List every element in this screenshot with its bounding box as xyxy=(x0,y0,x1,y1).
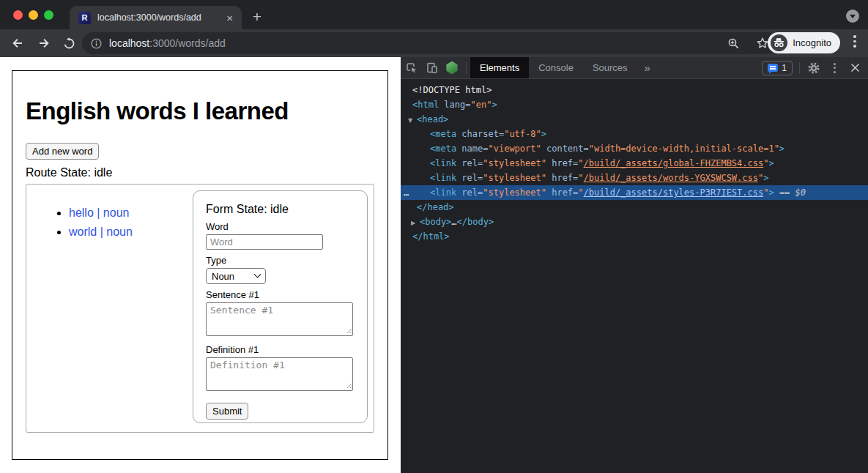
close-window-button[interactable] xyxy=(13,10,23,20)
incognito-badge: Incognito xyxy=(768,32,840,53)
code-token: rel= xyxy=(461,158,483,168)
devtools-menu-button[interactable] xyxy=(824,57,845,78)
word-link-world[interactable]: world | noun xyxy=(69,226,133,238)
code-token: <head> xyxy=(417,114,448,124)
code-token: /build/_assets/words-YGXSWCSW.css xyxy=(584,173,758,183)
new-tab-button[interactable]: + xyxy=(248,7,267,26)
code-token: </body> xyxy=(457,217,494,227)
dom-node[interactable]: <link rel="stylesheet" href="/build/_ass… xyxy=(401,156,868,171)
gear-icon xyxy=(808,62,820,74)
hidden-nodes-ellipsis[interactable]: … xyxy=(404,185,409,200)
code-token: == $0 xyxy=(774,187,806,198)
code-token: <link xyxy=(430,173,461,183)
code-token: " xyxy=(578,173,583,183)
dom-node[interactable]: <link rel="stylesheet" href="/build/_ass… xyxy=(401,171,868,185)
code-token: > xyxy=(768,158,774,168)
dom-node[interactable]: ▼<head> xyxy=(401,112,868,127)
more-tabs-button[interactable]: » xyxy=(637,62,658,74)
dom-node[interactable]: …<link rel="stylesheet" href="/build/_as… xyxy=(401,185,868,200)
issues-chat-icon xyxy=(768,64,778,72)
url-host: localhost xyxy=(109,37,149,49)
dom-tree: <!DOCTYPE html><html lang="en">▼<head><m… xyxy=(401,79,868,473)
settings-button[interactable] xyxy=(804,57,824,78)
kebab-menu-icon xyxy=(826,63,843,73)
node-icon[interactable] xyxy=(442,57,462,78)
tab-elements[interactable]: Elements xyxy=(470,57,529,78)
dom-node[interactable]: <html lang="en"> xyxy=(401,97,868,112)
code-token: href= xyxy=(546,158,578,168)
chevron-down-icon xyxy=(254,270,261,278)
code-token: charset= xyxy=(461,129,504,139)
code-token: name= xyxy=(461,144,488,154)
route-state-text: Route State: idle xyxy=(26,166,374,179)
inspect-element-button[interactable] xyxy=(401,57,421,78)
code-token: rel= xyxy=(461,173,483,183)
code-token: </html> xyxy=(412,231,450,242)
dom-node[interactable]: </head> xyxy=(401,200,868,215)
close-devtools-button[interactable] xyxy=(845,57,865,78)
chevron-down-icon xyxy=(850,15,856,18)
code-token: <body> xyxy=(420,217,451,227)
address-bar[interactable]: localhost:3000/words/add xyxy=(82,32,778,54)
inspect-cursor-icon xyxy=(404,61,418,75)
maximize-window-button[interactable] xyxy=(44,10,53,20)
remix-favicon: R xyxy=(78,12,91,24)
code-token: "en" xyxy=(470,100,492,110)
definition-textarea[interactable] xyxy=(206,357,353,391)
add-new-word-button[interactable]: Add new word xyxy=(26,143,99,160)
dom-node[interactable]: <meta name="viewport" content="width=dev… xyxy=(401,141,868,156)
tab-close-icon[interactable]: × xyxy=(225,12,234,23)
word-list: hello | noun world | noun xyxy=(26,204,193,432)
url-text: localhost:3000/words/add xyxy=(109,37,226,49)
reload-button[interactable] xyxy=(59,33,79,53)
sentence-label: Sentence #1 xyxy=(206,289,355,300)
code-token: /build/_assets/global-FHZEMBS4.css xyxy=(584,158,764,168)
dom-node[interactable]: <meta charset="utf-8"> xyxy=(401,127,868,141)
code-token: > xyxy=(768,187,774,198)
tab-search-button[interactable] xyxy=(846,10,859,23)
dom-node[interactable]: </html> xyxy=(401,229,868,244)
definition-label: Definition #1 xyxy=(206,344,355,355)
code-token: rel= xyxy=(461,187,483,198)
window-controls xyxy=(13,10,53,20)
submit-button[interactable]: Submit xyxy=(206,403,248,420)
code-token: > xyxy=(763,173,768,183)
back-button[interactable] xyxy=(7,33,28,53)
expand-arrow-icon[interactable]: ▼ xyxy=(408,113,417,128)
word-input[interactable] xyxy=(206,234,323,250)
code-token: <meta xyxy=(430,129,461,139)
words-panel: hello | noun world | noun Form State: id… xyxy=(26,184,374,433)
word-link-hello[interactable]: hello | noun xyxy=(69,206,129,219)
collapse-arrow-icon[interactable]: ▶ xyxy=(411,216,420,231)
device-toolbar-button[interactable] xyxy=(421,57,442,78)
reload-icon xyxy=(63,37,75,50)
devtools-toolbar: Elements Console Sources » 1 xyxy=(401,57,868,79)
list-item: hello | noun xyxy=(69,204,193,223)
type-select[interactable]: Noun xyxy=(206,268,266,284)
code-token: <link xyxy=(430,187,461,198)
app-container: English words I learned Add new word Rou… xyxy=(12,70,388,460)
tab-sources[interactable]: Sources xyxy=(583,57,637,78)
code-token: href= xyxy=(546,187,578,198)
issues-counter[interactable]: 1 xyxy=(762,61,793,75)
forward-button[interactable] xyxy=(34,33,54,53)
zoom-icon[interactable] xyxy=(727,37,740,50)
code-token: /build/_assets/styles-P3R7IEST.css xyxy=(584,187,764,198)
dom-node[interactable]: <!DOCTYPE html> xyxy=(401,83,868,97)
code-token: "stylesheet" xyxy=(483,187,546,198)
code-token: > xyxy=(541,129,546,139)
code-token: " xyxy=(578,158,583,168)
url-path: :3000/words/add xyxy=(149,37,226,49)
dom-node[interactable]: ▶<body>…</body> xyxy=(401,215,868,229)
browser-menu-button[interactable] xyxy=(847,34,862,49)
code-token: "viewport" xyxy=(488,144,541,154)
browser-tab[interactable]: R localhost:3000/words/add × xyxy=(70,6,242,29)
close-icon xyxy=(850,63,860,72)
minimize-window-button[interactable] xyxy=(29,10,38,20)
sentence-textarea[interactable] xyxy=(206,302,353,336)
code-token: > xyxy=(492,100,497,110)
info-icon[interactable] xyxy=(91,38,102,49)
code-token: <meta xyxy=(430,144,461,154)
forward-arrow-icon xyxy=(37,37,51,50)
tab-console[interactable]: Console xyxy=(529,57,583,78)
